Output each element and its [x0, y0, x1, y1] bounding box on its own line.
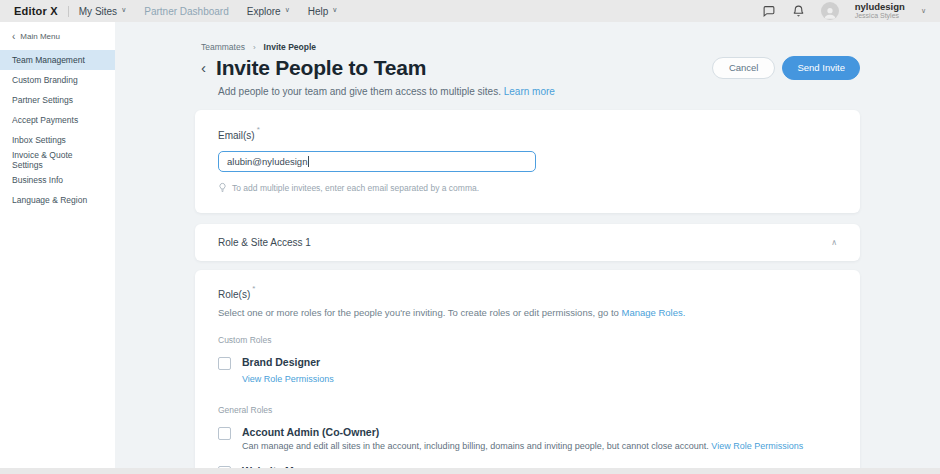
roles-description: Select one or more roles for the people …	[218, 307, 837, 318]
brand-designer-checkbox[interactable]	[218, 357, 231, 370]
sidebar-item-invoice-quote-settings[interactable]: Invoice & Quote Settings	[0, 150, 115, 170]
sidebar-back-main-menu[interactable]: ‹ Main Menu	[0, 22, 115, 50]
chevron-up-icon[interactable]: ∧	[831, 238, 837, 247]
avatar[interactable]	[821, 2, 839, 20]
view-role-permissions-link[interactable]: View Role Permissions	[242, 374, 334, 384]
sidebar-item-custom-branding[interactable]: Custom Branding	[0, 70, 115, 90]
menu-help-label: Help	[308, 6, 329, 17]
menu-my-sites[interactable]: My Sites ∨	[79, 6, 126, 17]
sidebar-item-partner-settings[interactable]: Partner Settings	[0, 90, 115, 110]
main-content: Teammates › Invite People ‹ Invite Peopl…	[115, 22, 940, 474]
chevron-down-icon[interactable]: ∨	[921, 7, 926, 15]
sidebar-back-label: Main Menu	[20, 32, 60, 41]
sidebar-item-team-management[interactable]: Team Management	[0, 50, 115, 70]
back-chevron-icon: ‹	[12, 33, 15, 41]
sidebar-item-accept-payments[interactable]: Accept Payments	[0, 110, 115, 130]
breadcrumb: Teammates › Invite People	[201, 42, 316, 52]
topbar-divider	[68, 6, 69, 17]
role-description-text: Can manage and edit all sites in the acc…	[242, 441, 709, 451]
email-hint: To add multiple invitees, enter each ema…	[218, 182, 837, 193]
chevron-down-icon: ∨	[332, 6, 337, 14]
role-row-account-admin: Account Admin (Co-Owner) Can manage and …	[218, 426, 837, 451]
send-invite-button[interactable]: Send Invite	[782, 56, 860, 80]
menu-help[interactable]: Help ∨	[308, 6, 338, 17]
role-site-access-title: Role & Site Access 1	[218, 237, 311, 248]
page-subtitle: Add people to your team and give them ac…	[218, 86, 555, 97]
page-subtitle-text: Add people to your team and give them ac…	[218, 86, 501, 97]
role-name: Account Admin (Co-Owner)	[242, 426, 803, 438]
general-roles-group-title: General Roles	[218, 405, 837, 415]
notifications-bell-icon[interactable]	[792, 4, 805, 18]
menu-explore[interactable]: Explore ∨	[247, 6, 290, 17]
account-admin-checkbox[interactable]	[218, 427, 231, 440]
role-description: Can manage and edit all sites in the acc…	[242, 441, 803, 451]
manage-roles-link[interactable]: Manage Roles.	[622, 307, 686, 318]
chevron-down-icon: ∨	[121, 6, 126, 14]
top-bar: Editor X My Sites ∨ Partner Dashboard Ex…	[0, 0, 940, 22]
app-window: Editor X My Sites ∨ Partner Dashboard Ex…	[0, 0, 940, 474]
lightbulb-icon	[218, 182, 227, 193]
menu-partner-dashboard[interactable]: Partner Dashboard	[144, 6, 229, 17]
roles-card: Role(s)* Select one or more roles for th…	[195, 270, 860, 474]
feedback-chat-icon[interactable]	[762, 5, 776, 18]
breadcrumb-chevron-icon: ›	[253, 43, 256, 52]
page-title: Invite People to Team	[216, 56, 426, 80]
account-name: nyludesign	[855, 2, 905, 12]
back-chevron-icon[interactable]: ‹	[201, 61, 206, 75]
account-menu[interactable]: nyludesign Jessica Styles	[855, 2, 905, 19]
text-caret	[308, 156, 309, 167]
emails-input[interactable]: alubin@nyludesign	[218, 151, 536, 172]
window-bottom-edge	[0, 468, 940, 474]
required-asterisk: *	[252, 284, 255, 293]
sidebar-item-business-info[interactable]: Business Info	[0, 170, 115, 190]
learn-more-link[interactable]: Learn more	[504, 86, 555, 97]
editor-x-logo[interactable]: Editor X	[14, 5, 58, 17]
cancel-button[interactable]: Cancel	[712, 57, 776, 79]
emails-label: Email(s)	[218, 130, 255, 141]
role-name: Brand Designer	[242, 356, 334, 368]
sidebar-item-inbox-settings[interactable]: Inbox Settings	[0, 130, 115, 150]
menu-partner-dashboard-label: Partner Dashboard	[144, 6, 229, 17]
account-user: Jessica Styles	[855, 12, 905, 19]
menu-explore-label: Explore	[247, 6, 281, 17]
roles-label: Role(s)	[218, 289, 250, 300]
view-role-permissions-link[interactable]: View Role Permissions	[711, 441, 803, 451]
chevron-down-icon: ∨	[285, 6, 290, 14]
emails-input-value: alubin@nyludesign	[227, 156, 307, 167]
required-asterisk: *	[257, 125, 260, 134]
role-row-brand-designer: Brand Designer View Role Permissions	[218, 356, 837, 386]
custom-roles-group-title: Custom Roles	[218, 335, 837, 345]
roles-description-text: Select one or more roles for the people …	[218, 307, 619, 318]
role-site-access-header[interactable]: Role & Site Access 1 ∧	[195, 224, 860, 261]
settings-sidebar: ‹ Main Menu Team Management Custom Brand…	[0, 22, 115, 474]
sidebar-item-language-region[interactable]: Language & Region	[0, 190, 115, 210]
breadcrumb-invite-people: Invite People	[264, 42, 316, 52]
menu-my-sites-label: My Sites	[79, 6, 117, 17]
breadcrumb-teammates[interactable]: Teammates	[201, 42, 245, 52]
email-card: Email(s)* alubin@nyludesign To add multi…	[195, 110, 860, 213]
email-hint-text: To add multiple invitees, enter each ema…	[232, 183, 479, 193]
